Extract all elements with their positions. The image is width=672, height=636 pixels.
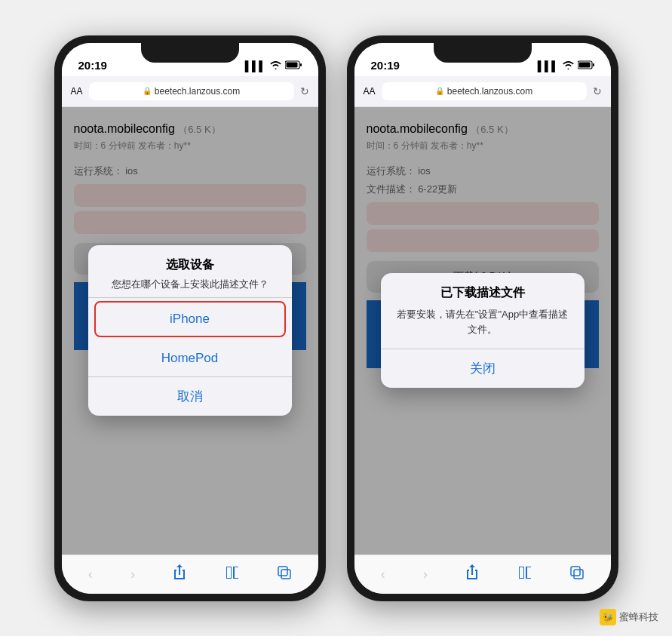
watermark-text: 蜜蜂科技	[619, 610, 658, 624]
watermark: 🐝 蜜蜂科技	[600, 609, 658, 625]
notch-left	[141, 43, 239, 63]
svg-rect-4	[281, 570, 290, 579]
refresh-icon-left[interactable]: ↻	[300, 85, 309, 97]
dialog-header-left: 选取设备 您想在哪个设备上安装此描述文件？	[88, 245, 292, 297]
svg-rect-9	[574, 570, 583, 579]
back-btn-left[interactable]: ‹	[81, 562, 100, 587]
tabs-btn-left[interactable]	[270, 561, 299, 588]
tabs-btn-right[interactable]	[563, 561, 591, 588]
svg-rect-3	[278, 567, 287, 576]
status-icons-right: ▌▌▌	[538, 60, 594, 72]
lock-icon-right: 🔒	[435, 87, 444, 95]
dialog-subtitle-left: 您想在哪个设备上安装此描述文件？	[100, 278, 280, 291]
share-btn-right[interactable]	[458, 560, 486, 589]
page-wrapper: 20:19 ▌▌▌ AA 🔒 beetech.lanzous.com	[0, 0, 672, 636]
dialog-option-iphone[interactable]: iPhone	[94, 301, 286, 337]
svg-rect-8	[571, 567, 580, 576]
dialog-left: 选取设备 您想在哪个设备上安装此描述文件？ iPhone HomePod 取消	[88, 245, 292, 416]
share-btn-left[interactable]	[165, 560, 194, 589]
refresh-icon-right[interactable]: ↻	[593, 85, 602, 97]
browser-bar-right: AA 🔒 beetech.lanzous.com ↻	[354, 76, 611, 107]
browser-url-right[interactable]: 🔒 beetech.lanzous.com	[382, 82, 587, 100]
notch-right	[434, 43, 532, 63]
phone-right-inner: 20:19 ▌▌▌ AA 🔒 beetech.lanzous.com	[354, 43, 611, 594]
modal-overlay-right: 已下载描述文件 若要安装，请先在"设置"App中查看描述文件。 关闭	[354, 107, 611, 555]
battery-icon-left	[285, 60, 302, 72]
browser-url-left[interactable]: 🔒 beetech.lanzous.com	[89, 82, 294, 100]
page-content-right: noota.mobileconfig （6.5 K） 时间：6 分钟前 发布者：…	[354, 107, 611, 555]
dialog-right: 已下载描述文件 若要安装，请先在"设置"App中查看描述文件。 关闭	[381, 273, 585, 388]
browser-aa-left[interactable]: AA	[71, 86, 83, 97]
svg-rect-2	[300, 63, 302, 66]
bottom-nav-right: ‹ ›	[354, 555, 611, 594]
forward-btn-right[interactable]: ›	[416, 562, 435, 587]
browser-aa-right[interactable]: AA	[364, 86, 376, 97]
dialog-option-homepod[interactable]: HomePod	[88, 340, 292, 377]
status-time-right: 20:19	[371, 59, 400, 72]
modal-overlay-left: 选取设备 您想在哪个设备上安装此描述文件？ iPhone HomePod 取消	[62, 107, 318, 555]
dialog2-body-right: 若要安装，请先在"设置"App中查看描述文件。	[393, 307, 572, 336]
wifi-icon-right	[563, 60, 574, 72]
phone-left: 20:19 ▌▌▌ AA 🔒 beetech.lanzous.com	[54, 35, 326, 601]
bottom-nav-left: ‹ ›	[62, 555, 318, 594]
wifi-icon-left	[270, 60, 281, 72]
dialog-title-left: 选取设备	[100, 257, 280, 273]
back-btn-right[interactable]: ‹	[373, 562, 393, 587]
dialog2-header-right: 已下载描述文件 若要安装，请先在"设置"App中查看描述文件。	[381, 273, 585, 349]
dialog2-title-right: 已下载描述文件	[393, 285, 572, 301]
book-btn-left[interactable]	[217, 561, 247, 588]
book-btn-right[interactable]	[510, 561, 540, 588]
signal-icon-right: ▌▌▌	[538, 60, 559, 72]
status-time-left: 20:19	[78, 59, 107, 72]
svg-rect-1	[286, 62, 297, 67]
dialog-cancel-left[interactable]: 取消	[88, 377, 292, 416]
battery-icon-right	[578, 60, 594, 72]
lock-icon-left: 🔒	[143, 87, 152, 95]
phone-right: 20:19 ▌▌▌ AA 🔒 beetech.lanzous.com	[347, 35, 618, 601]
forward-btn-left[interactable]: ›	[123, 562, 143, 587]
watermark-icon: 🐝	[600, 609, 616, 625]
dialog-divider1-left	[88, 297, 292, 298]
svg-rect-7	[593, 63, 594, 66]
dialog2-close-btn[interactable]: 关闭	[381, 349, 585, 388]
browser-bar-left: AA 🔒 beetech.lanzous.com ↻	[62, 76, 318, 107]
page-content-left: noota.mobileconfig （6.5 K） 时间：6 分钟前 发布者：…	[62, 107, 318, 555]
svg-rect-6	[578, 62, 590, 67]
signal-icon-left: ▌▌▌	[245, 60, 266, 72]
status-icons-left: ▌▌▌	[245, 60, 302, 72]
phone-left-inner: 20:19 ▌▌▌ AA 🔒 beetech.lanzous.com	[62, 43, 318, 594]
